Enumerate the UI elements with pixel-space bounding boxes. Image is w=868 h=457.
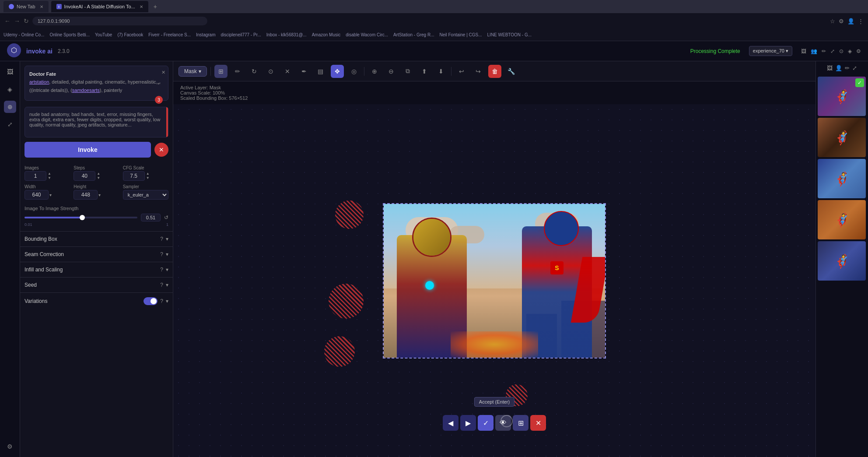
next-button[interactable]: ▶ bbox=[460, 415, 476, 431]
steps-input[interactable]: 40 ▲ ▼ bbox=[74, 171, 119, 181]
bookmark-sports[interactable]: Online Sports Betti... bbox=[49, 32, 90, 37]
bounding-box-header[interactable]: Bounding Box ? ▾ bbox=[24, 236, 168, 242]
bookmark-star-icon[interactable]: ☆ bbox=[830, 18, 835, 25]
bookmark-amazon[interactable]: Amazon Music bbox=[312, 32, 341, 37]
mask-tool-button[interactable]: Mask ▾ bbox=[178, 66, 207, 77]
layer-up-icon[interactable]: ⊕ bbox=[368, 65, 381, 78]
profile-icon[interactable]: 👤 bbox=[847, 18, 854, 25]
invoke-button[interactable]: Invoke bbox=[24, 142, 151, 158]
eraser-tool-button[interactable]: ✒ bbox=[298, 65, 311, 78]
width-input-group[interactable]: 640 ▾ bbox=[24, 190, 70, 200]
cfg-down-icon[interactable]: ▼ bbox=[146, 176, 150, 180]
bookmark-youtube[interactable]: YouTube bbox=[95, 32, 112, 37]
thumbnail-4[interactable]: 🦸 bbox=[818, 200, 866, 239]
images-spinners[interactable]: ▲ ▼ bbox=[47, 172, 52, 180]
discord-icon[interactable]: ◈ bbox=[848, 48, 852, 54]
clear-button[interactable]: 🗑 bbox=[488, 65, 501, 78]
palette-tool-button[interactable]: ▤ bbox=[314, 65, 327, 78]
bookmark-udemy[interactable]: Udemy - Online Co... bbox=[4, 32, 44, 37]
bookmark-facebook[interactable]: (7) Facebook bbox=[117, 32, 143, 37]
wrench-icon[interactable]: 🔧 bbox=[505, 65, 518, 78]
sidebar-icon-upscale[interactable]: ⤢ bbox=[4, 118, 16, 130]
steps-down-icon[interactable]: ▼ bbox=[96, 176, 101, 180]
bookmark-webtoon[interactable]: LINE WEBTOON - G... bbox=[487, 32, 532, 37]
images-input[interactable]: 1 ▲ ▼ bbox=[24, 171, 70, 181]
back-button[interactable]: ← bbox=[4, 18, 10, 25]
right-gallery-icon[interactable]: 🖼 bbox=[827, 65, 833, 71]
img2img-reset-icon[interactable]: ↺ bbox=[164, 214, 168, 221]
redo-button[interactable]: ↪ bbox=[472, 65, 485, 78]
img2img-slider-thumb[interactable] bbox=[80, 215, 85, 220]
seed-header[interactable]: Seed ? ▾ bbox=[24, 282, 168, 288]
sampler-select[interactable]: k_euler_a bbox=[123, 190, 168, 200]
move-tool-button[interactable]: ✥ bbox=[331, 65, 344, 78]
save-button[interactable]: ⊞ bbox=[513, 415, 528, 431]
seam-correction-chevron-icon[interactable]: ▾ bbox=[166, 251, 168, 257]
extension-icon[interactable]: ⚙ bbox=[839, 18, 844, 25]
img2img-slider-track[interactable] bbox=[24, 217, 137, 218]
cfg-input[interactable]: 7.5 ▲ ▼ bbox=[123, 171, 168, 181]
cfg-up-icon[interactable]: ▲ bbox=[146, 172, 150, 176]
layer-down-icon[interactable]: ⊖ bbox=[385, 65, 398, 78]
sidebar-icon-model[interactable]: ◈ bbox=[4, 83, 16, 95]
close-icon[interactable]: ✕ bbox=[161, 69, 165, 76]
thumbnail-3[interactable]: 🦸 bbox=[818, 159, 866, 198]
seed-chevron-icon[interactable]: ▾ bbox=[166, 282, 168, 288]
images-up-icon[interactable]: ▲ bbox=[47, 172, 52, 176]
experience-selector[interactable]: experience_70 ▾ bbox=[749, 46, 792, 56]
tab-close-newtab[interactable]: ✕ bbox=[40, 4, 43, 9]
variations-header[interactable]: Variations ? ▾ bbox=[24, 297, 168, 305]
height-value[interactable]: 448 bbox=[74, 190, 98, 200]
img2img-value[interactable]: 0.51 bbox=[141, 214, 161, 221]
github-icon[interactable]: ⊙ bbox=[839, 48, 844, 54]
steps-value[interactable]: 40 bbox=[74, 171, 95, 181]
browser-tab-invokeai[interactable]: I InvokeAI - A Stable Diffusion To... ✕ bbox=[51, 1, 148, 12]
variations-section[interactable]: Variations ? ▾ bbox=[20, 292, 173, 309]
bounding-box-chevron-icon[interactable]: ▾ bbox=[166, 236, 168, 242]
negative-prompt-box[interactable]: nude bad anatomy, bad hands, text, error… bbox=[24, 107, 168, 137]
cancel-button[interactable]: ✕ bbox=[154, 143, 168, 157]
variations-info-icon[interactable]: ? bbox=[160, 298, 163, 304]
height-input-group[interactable]: 448 ▾ bbox=[74, 190, 119, 200]
canvas-viewport[interactable]: S Accept (Enter) ◀ bbox=[173, 104, 816, 457]
edit-icon[interactable]: ✏ bbox=[822, 48, 826, 54]
download-button[interactable]: ⬇ bbox=[434, 65, 448, 78]
bookmark-neil[interactable]: Neil Fontaine | CGS... bbox=[439, 32, 482, 37]
discard-button[interactable]: ✕ bbox=[530, 415, 546, 431]
seam-correction-info-icon[interactable]: ? bbox=[160, 251, 163, 257]
bookmark-fiverr[interactable]: Fiverr - Freelance S... bbox=[148, 32, 191, 37]
reload-button[interactable]: ↻ bbox=[24, 18, 29, 25]
right-users-icon[interactable]: 👤 bbox=[835, 65, 842, 71]
sidebar-icon-bottom[interactable]: ⚙ bbox=[4, 440, 16, 453]
lasso-tool-button[interactable]: ⊙ bbox=[264, 65, 277, 78]
menu-icon[interactable]: ⋮ bbox=[858, 18, 864, 25]
cfg-spinners[interactable]: ▲ ▼ bbox=[146, 172, 150, 180]
bookmark-artstation[interactable]: ArtStation - Greg R... bbox=[393, 32, 434, 37]
right-expand-icon[interactable]: ⤢ bbox=[852, 65, 857, 71]
undo-button[interactable]: ↩ bbox=[455, 65, 468, 78]
seed-info-icon[interactable]: ? bbox=[160, 282, 163, 288]
positive-prompt-box[interactable]: ✕ Doctor Fate artstation, detailed, digi… bbox=[24, 66, 168, 101]
thumbnail-1[interactable]: 🦸 ✓ bbox=[818, 77, 866, 116]
steps-spinners[interactable]: ▲ ▼ bbox=[96, 172, 101, 180]
img2img-slider-row[interactable]: 0.51 ↺ bbox=[24, 214, 168, 221]
width-value[interactable]: 640 bbox=[24, 190, 49, 200]
seam-correction-section[interactable]: Seam Correction ? ▾ bbox=[20, 246, 173, 262]
users-icon[interactable]: 👥 bbox=[811, 48, 817, 54]
infill-scaling-header[interactable]: Infill and Scaling ? ▾ bbox=[24, 267, 168, 273]
height-chevron-icon[interactable]: ▾ bbox=[98, 193, 101, 197]
infill-scaling-info-icon[interactable]: ? bbox=[160, 267, 163, 273]
cross-tool-button[interactable]: ✕ bbox=[281, 65, 294, 78]
accept-button[interactable]: ✓ bbox=[478, 415, 494, 431]
layer-stack-icon[interactable]: ⧉ bbox=[401, 65, 414, 78]
infill-scaling-chevron-icon[interactable]: ▾ bbox=[166, 267, 168, 273]
brush-tool-button[interactable]: ⊞ bbox=[214, 65, 228, 78]
rotate-tool-button[interactable]: ↻ bbox=[248, 65, 261, 78]
images-value[interactable]: 1 bbox=[24, 171, 46, 181]
eye-button[interactable]: 👁 bbox=[495, 415, 511, 431]
bookmark-instagram[interactable]: Instagram bbox=[196, 32, 215, 37]
sidebar-icon-gallery[interactable]: 🖼 bbox=[4, 66, 16, 78]
images-down-icon[interactable]: ▼ bbox=[47, 176, 52, 180]
right-edit-icon[interactable]: ✏ bbox=[845, 65, 850, 71]
bookmark-discipline[interactable]: discipleneil777 - Pr... bbox=[220, 32, 261, 37]
